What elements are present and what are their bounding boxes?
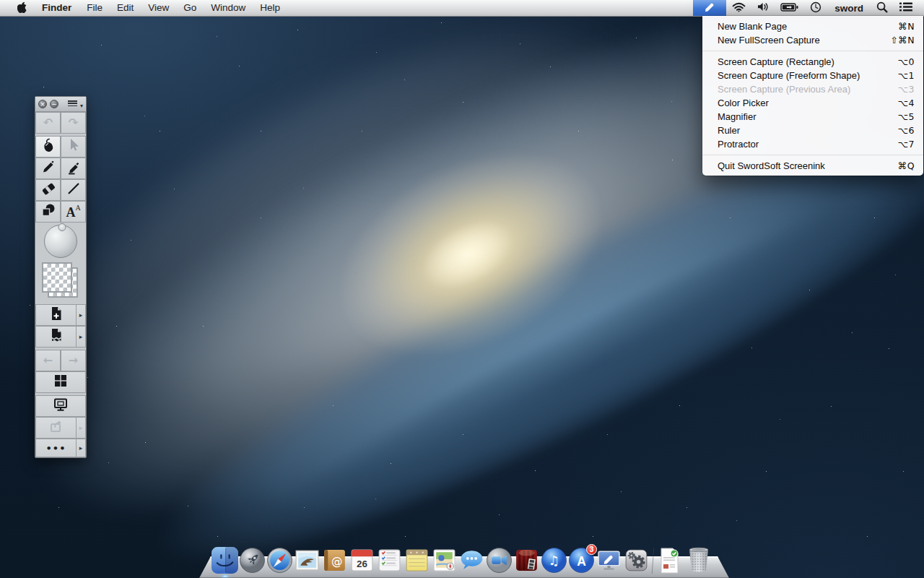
dock-item-facetime[interactable]: [486, 547, 513, 574]
menu-file[interactable]: File: [79, 0, 110, 16]
submenu-arrow-icon[interactable]: ▸: [76, 327, 85, 347]
menu-item-protractor[interactable]: Protractor⌥7: [702, 137, 923, 151]
new-page-icon: [48, 306, 64, 324]
dock-item-contacts[interactable]: @: [321, 547, 348, 574]
dock-item-mail[interactable]: [294, 547, 321, 574]
dock-item-system-preferences[interactable]: [623, 547, 650, 574]
svg-text:@: @: [331, 555, 342, 568]
notification-center-icon: [899, 2, 912, 14]
menu-window[interactable]: Window: [204, 0, 253, 16]
svg-text:A: A: [577, 554, 586, 569]
user-switcher[interactable]: sword: [827, 0, 871, 16]
dock-item-reminders[interactable]: [376, 547, 403, 574]
menu-bar-left: Finder File Edit View Go Window Help: [0, 0, 287, 16]
marker-icon: [66, 159, 82, 178]
chevron-down-icon: ▾: [80, 103, 83, 110]
color-sphere-well[interactable]: [35, 223, 86, 260]
volume-menu-extra[interactable]: [751, 0, 775, 16]
notification-center-toggle[interactable]: [894, 0, 918, 16]
monitor-icon: [53, 397, 69, 415]
menu-item-color-picker[interactable]: Color Picker⌥4: [702, 96, 923, 110]
menu-item-screen-capture-freeform[interactable]: Screen Capture (Freeform Shape)⌥1: [702, 69, 923, 82]
apple-logo-icon: [17, 1, 27, 15]
tool-more[interactable]: ••• ▸: [35, 439, 86, 457]
screenink-menu-extra[interactable]: [693, 0, 726, 16]
galaxy-core: [397, 194, 539, 314]
dock-item-trash[interactable]: [684, 545, 714, 574]
battery-menu-extra[interactable]: [775, 0, 804, 16]
grid-icon: [53, 373, 69, 392]
cursor-arrow-icon: [66, 137, 82, 156]
wifi-icon: [732, 2, 746, 14]
dock-item-messages[interactable]: [458, 547, 485, 574]
spotlight-menu-extra[interactable]: [871, 0, 894, 16]
shapes-icon: [40, 202, 56, 221]
menu-view[interactable]: View: [141, 0, 176, 16]
palette-titlebar[interactable]: × − ▾: [35, 97, 86, 112]
checkerboard-front-icon: [42, 262, 72, 293]
clock-icon: [810, 1, 821, 15]
menu-item-quit-screenink[interactable]: Quit SwordSoft Screenink⌘Q: [702, 159, 923, 173]
tool-eraser[interactable]: [35, 179, 61, 201]
tool-text[interactable]: AA: [61, 201, 86, 223]
menu-item-new-blank-page[interactable]: New Blank Page⌘N: [702, 20, 923, 33]
mouse-icon: [40, 137, 56, 156]
dock-item-finder[interactable]: [212, 547, 238, 574]
app-menu-finder[interactable]: Finder: [34, 0, 79, 16]
dock-item-document[interactable]: [656, 547, 683, 574]
dock-item-itunes[interactable]: ♫: [541, 547, 567, 574]
dock-item-photo-booth[interactable]: [513, 547, 540, 574]
svg-text:26: 26: [357, 558, 367, 569]
menu-item-new-fullscreen-capture[interactable]: New FullScreen Capture⇧⌘N: [702, 33, 923, 47]
tool-marker[interactable]: [61, 158, 86, 179]
dock-item-calendar[interactable]: 26: [349, 547, 375, 574]
tool-palette: × − ▾ ↶ ↷: [35, 96, 87, 458]
screenink-dropdown-menu: New Blank Page⌘N New FullScreen Capture⇧…: [702, 16, 923, 176]
palette-minimize-button[interactable]: −: [50, 100, 58, 108]
battery-icon: [780, 3, 798, 14]
eraser-icon: [40, 181, 56, 199]
dock-item-app-store[interactable]: A 3: [568, 547, 595, 574]
tool-new-page[interactable]: ▸: [35, 304, 86, 326]
dock-item-safari[interactable]: [266, 547, 293, 574]
dock-item-notes[interactable]: [404, 547, 430, 574]
redo-icon: ↷: [69, 117, 78, 129]
palette-menu-icon[interactable]: [68, 100, 77, 108]
tool-share: ▸: [35, 417, 86, 439]
dock-item-launchpad[interactable]: [239, 547, 266, 574]
tool-screen-view[interactable]: [35, 395, 86, 417]
submenu-arrow-icon[interactable]: ▸: [76, 439, 85, 457]
capture-page-icon: [48, 327, 64, 346]
dock-item-maps[interactable]: [431, 547, 458, 574]
transparency-well[interactable]: [35, 260, 86, 302]
palette-close-button[interactable]: ×: [38, 100, 47, 108]
tool-forward: →: [61, 350, 86, 371]
menu-item-screen-capture-rectangle[interactable]: Screen Capture (Rectangle)⌥0: [702, 55, 923, 69]
menu-go[interactable]: Go: [176, 0, 204, 16]
forward-arrow-icon: →: [69, 355, 78, 366]
tool-redo: ↷: [61, 112, 86, 134]
tool-line[interactable]: [61, 179, 86, 201]
menu-edit[interactable]: Edit: [110, 0, 141, 16]
menu-item-ruler[interactable]: Ruler⌥6: [702, 124, 923, 137]
tool-new-capture[interactable]: ▸: [35, 326, 86, 348]
menu-separator: [702, 155, 923, 155]
tool-mouse[interactable]: [35, 136, 61, 158]
tool-select-arrow[interactable]: [61, 136, 86, 158]
menu-help[interactable]: Help: [253, 0, 287, 16]
tool-pencil[interactable]: [35, 158, 61, 179]
screenink-pencil-icon: [703, 1, 716, 16]
dock-divider: [650, 548, 655, 574]
svg-text:♫: ♫: [549, 553, 560, 568]
apple-menu[interactable]: [10, 0, 34, 16]
running-indicator: [222, 575, 229, 577]
tool-shapes[interactable]: [35, 201, 61, 223]
wifi-menu-extra[interactable]: [726, 0, 751, 16]
menu-item-magnifier[interactable]: Magnifier⌥5: [702, 110, 923, 124]
submenu-arrow-icon[interactable]: ▸: [76, 305, 85, 325]
tool-grid-view[interactable]: [35, 371, 86, 393]
back-arrow-icon: ←: [43, 355, 53, 366]
menu-separator: [702, 51, 923, 51]
clock-menu-extra[interactable]: [804, 0, 827, 16]
dock-item-screenink[interactable]: [596, 547, 622, 574]
